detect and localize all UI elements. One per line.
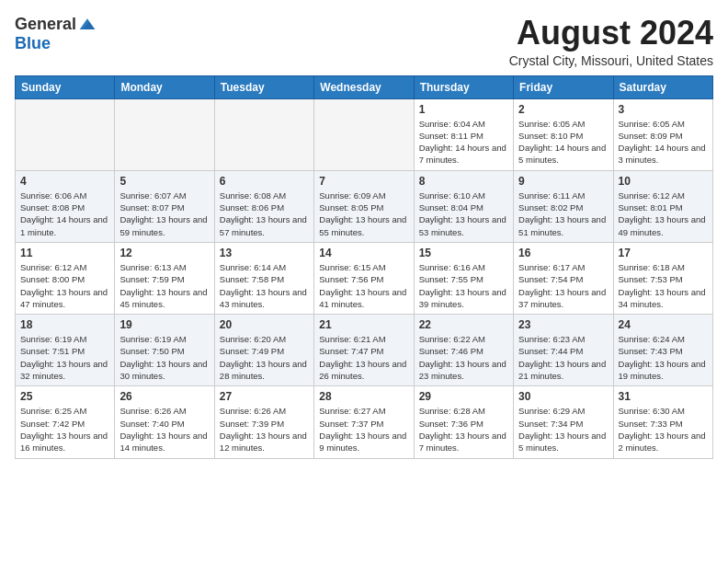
calendar-cell: 5Sunrise: 6:07 AMSunset: 8:07 PMDaylight… [115,170,214,242]
calendar-cell: 9Sunrise: 6:11 AMSunset: 8:02 PMDaylight… [514,170,613,242]
day-info: Sunrise: 6:10 AMSunset: 8:04 PMDaylight:… [419,190,508,238]
day-number: 26 [119,390,209,403]
day-number: 7 [319,175,408,188]
calendar-cell [314,98,414,170]
calendar-cell: 1Sunrise: 6:04 AMSunset: 8:11 PMDaylight… [414,98,513,170]
calendar-cell: 10Sunrise: 6:12 AMSunset: 8:01 PMDayligh… [613,170,712,242]
calendar-cell: 2Sunrise: 6:05 AMSunset: 8:10 PMDaylight… [514,98,613,170]
day-number: 31 [619,390,708,403]
day-info: Sunrise: 6:07 AMSunset: 8:07 PMDaylight:… [119,190,209,238]
calendar-cell: 23Sunrise: 6:23 AMSunset: 7:44 PMDayligh… [514,315,613,386]
calendar-cell [115,98,214,170]
calendar-cell: 16Sunrise: 6:17 AMSunset: 7:54 PMDayligh… [514,242,613,314]
calendar-cell: 17Sunrise: 6:18 AMSunset: 7:53 PMDayligh… [613,242,712,314]
day-number: 19 [119,318,209,331]
calendar-week-row: 18Sunrise: 6:19 AMSunset: 7:51 PMDayligh… [16,315,713,386]
calendar-cell: 13Sunrise: 6:14 AMSunset: 7:58 PMDayligh… [214,242,313,314]
weekday-header-friday: Friday [514,75,613,98]
day-info: Sunrise: 6:05 AMSunset: 8:09 PMDaylight:… [619,118,708,167]
day-number: 2 [518,103,608,116]
day-info: Sunrise: 6:24 AMSunset: 7:43 PMDaylight:… [619,333,708,382]
day-info: Sunrise: 6:28 AMSunset: 7:36 PMDaylight:… [419,405,508,454]
day-number: 22 [419,318,508,331]
day-info: Sunrise: 6:29 AMSunset: 7:34 PMDaylight:… [518,405,608,454]
calendar-cell: 19Sunrise: 6:19 AMSunset: 7:50 PMDayligh… [115,315,214,386]
month-title: August 2024 [509,15,713,52]
day-number: 9 [518,175,608,188]
day-number: 15 [419,247,508,259]
day-number: 18 [20,318,109,331]
day-info: Sunrise: 6:04 AMSunset: 8:11 PMDaylight:… [419,118,508,167]
day-number: 30 [518,390,608,403]
calendar-cell: 24Sunrise: 6:24 AMSunset: 7:43 PMDayligh… [613,315,712,386]
calendar-cell: 12Sunrise: 6:13 AMSunset: 7:59 PMDayligh… [115,242,214,314]
day-number: 8 [419,175,508,188]
calendar-cell: 18Sunrise: 6:19 AMSunset: 7:51 PMDayligh… [16,315,115,386]
day-number: 29 [419,390,508,403]
calendar-cell: 11Sunrise: 6:12 AMSunset: 8:00 PMDayligh… [16,242,115,314]
day-info: Sunrise: 6:27 AMSunset: 7:37 PMDaylight:… [319,405,408,454]
calendar-cell: 4Sunrise: 6:06 AMSunset: 8:08 PMDaylight… [16,170,115,242]
calendar-cell: 29Sunrise: 6:28 AMSunset: 7:36 PMDayligh… [414,386,513,458]
day-info: Sunrise: 6:15 AMSunset: 7:56 PMDaylight:… [319,261,408,310]
calendar-cell: 26Sunrise: 6:26 AMSunset: 7:40 PMDayligh… [115,386,214,458]
day-info: Sunrise: 6:19 AMSunset: 7:50 PMDaylight:… [119,333,209,382]
logo-general: General [15,15,76,34]
day-number: 6 [220,175,309,188]
calendar-cell: 20Sunrise: 6:20 AMSunset: 7:49 PMDayligh… [214,315,313,386]
logo: General Blue [15,15,97,53]
day-number: 20 [220,318,309,331]
day-info: Sunrise: 6:11 AMSunset: 8:02 PMDaylight:… [518,190,608,238]
day-info: Sunrise: 6:30 AMSunset: 7:33 PMDaylight:… [619,405,708,454]
calendar-cell: 21Sunrise: 6:21 AMSunset: 7:47 PMDayligh… [314,315,414,386]
weekday-header-wednesday: Wednesday [314,75,414,98]
day-info: Sunrise: 6:05 AMSunset: 8:10 PMDaylight:… [518,118,608,167]
day-number: 11 [20,247,109,259]
calendar-cell: 27Sunrise: 6:26 AMSunset: 7:39 PMDayligh… [214,386,313,458]
logo-blue: Blue [15,34,51,53]
day-info: Sunrise: 6:23 AMSunset: 7:44 PMDaylight:… [518,333,608,382]
weekday-header-sunday: Sunday [16,75,115,98]
day-number: 13 [220,247,309,259]
calendar-week-row: 11Sunrise: 6:12 AMSunset: 8:00 PMDayligh… [16,242,713,314]
calendar-cell: 30Sunrise: 6:29 AMSunset: 7:34 PMDayligh… [514,386,613,458]
location: Crystal City, Missouri, United States [509,53,713,68]
day-info: Sunrise: 6:09 AMSunset: 8:05 PMDaylight:… [319,190,408,238]
weekday-header-thursday: Thursday [414,75,513,98]
calendar: SundayMondayTuesdayWednesdayThursdayFrid… [15,75,713,459]
day-info: Sunrise: 6:22 AMSunset: 7:46 PMDaylight:… [419,333,508,382]
calendar-cell [16,98,115,170]
day-number: 1 [419,103,508,116]
calendar-cell: 25Sunrise: 6:25 AMSunset: 7:42 PMDayligh… [16,386,115,458]
day-number: 23 [518,318,608,331]
calendar-cell: 7Sunrise: 6:09 AMSunset: 8:05 PMDaylight… [314,170,414,242]
day-number: 16 [518,247,608,259]
calendar-cell: 8Sunrise: 6:10 AMSunset: 8:04 PMDaylight… [414,170,513,242]
day-info: Sunrise: 6:13 AMSunset: 7:59 PMDaylight:… [119,261,209,310]
calendar-cell: 6Sunrise: 6:08 AMSunset: 8:06 PMDaylight… [214,170,313,242]
day-info: Sunrise: 6:16 AMSunset: 7:55 PMDaylight:… [419,261,508,310]
calendar-cell [214,98,313,170]
day-info: Sunrise: 6:19 AMSunset: 7:51 PMDaylight:… [20,333,109,382]
day-info: Sunrise: 6:08 AMSunset: 8:06 PMDaylight:… [220,190,309,238]
day-number: 25 [20,390,109,403]
day-info: Sunrise: 6:18 AMSunset: 7:53 PMDaylight:… [619,261,708,310]
day-info: Sunrise: 6:26 AMSunset: 7:40 PMDaylight:… [119,405,209,454]
page: General Blue August 2024 Crystal City, M… [0,0,728,468]
day-number: 10 [619,175,708,188]
day-info: Sunrise: 6:17 AMSunset: 7:54 PMDaylight:… [518,261,608,310]
day-number: 21 [319,318,408,331]
weekday-header-tuesday: Tuesday [214,75,313,98]
weekday-header-saturday: Saturday [613,75,712,98]
day-info: Sunrise: 6:21 AMSunset: 7:47 PMDaylight:… [319,333,408,382]
calendar-cell: 31Sunrise: 6:30 AMSunset: 7:33 PMDayligh… [613,386,712,458]
calendar-cell: 22Sunrise: 6:22 AMSunset: 7:46 PMDayligh… [414,315,513,386]
day-number: 24 [619,318,708,331]
day-number: 5 [119,175,209,188]
day-number: 14 [319,247,408,259]
calendar-cell: 14Sunrise: 6:15 AMSunset: 7:56 PMDayligh… [314,242,414,314]
calendar-week-row: 25Sunrise: 6:25 AMSunset: 7:42 PMDayligh… [16,386,713,458]
header: General Blue August 2024 Crystal City, M… [15,15,713,68]
day-number: 12 [119,247,209,259]
day-number: 3 [619,103,708,116]
